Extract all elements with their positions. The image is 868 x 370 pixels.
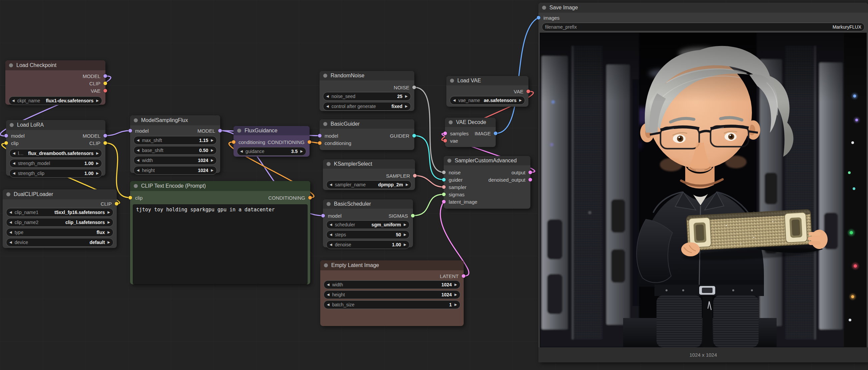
right-arrow-icon[interactable]: ▶ (96, 99, 99, 102)
left-arrow-icon[interactable]: ◀ (453, 99, 456, 102)
width-widget[interactable]: ◀ width 1024 ▶ (133, 156, 217, 165)
clip-input-port[interactable] (4, 141, 8, 145)
right-arrow-icon[interactable]: ▶ (107, 241, 110, 244)
left-arrow-icon[interactable]: ◀ (326, 105, 329, 108)
node-basic-scheduler[interactable]: BasicScheduler model SIGMAS ◀ scheduler … (323, 199, 413, 247)
base-shift-widget[interactable]: ◀ base_shift 0.50 ▶ (133, 146, 217, 155)
node-header[interactable]: Empty Latent Image (320, 260, 464, 270)
node-header[interactable]: BasicScheduler (323, 199, 413, 209)
node-load-lora[interactable]: Load LoRA model MODEL clip CLIP ◀ lor ..… (6, 120, 105, 176)
device-widget[interactable]: ◀ device default ▶ (6, 238, 114, 247)
left-arrow-icon[interactable]: ◀ (9, 231, 12, 234)
height-widget[interactable]: ◀ height 1024 ▶ (323, 290, 460, 299)
clip-input-port[interactable] (128, 196, 132, 200)
left-arrow-icon[interactable]: ◀ (330, 233, 332, 236)
right-arrow-icon[interactable]: ▶ (96, 162, 99, 165)
node-header[interactable]: Save Image (538, 3, 868, 13)
conditioning-input-port[interactable] (232, 140, 236, 144)
left-arrow-icon[interactable]: ◀ (12, 99, 15, 102)
ckpt-name-widget[interactable]: ◀ ckpt_name flux1-dev.safetensors ▶ (9, 96, 102, 105)
sampler-name-widget[interactable]: ◀ sampler_name dpmpp_2m ▶ (326, 180, 412, 189)
right-arrow-icon[interactable]: ▶ (300, 150, 303, 153)
right-arrow-icon[interactable]: ▶ (211, 139, 214, 142)
collapse-dot-icon[interactable] (10, 123, 14, 127)
collapse-dot-icon[interactable] (327, 202, 331, 206)
guidance-widget[interactable]: ◀ guidance 3.5 ▶ (237, 147, 306, 156)
left-arrow-icon[interactable]: ◀ (9, 221, 12, 224)
clip-output-port[interactable] (103, 141, 107, 145)
strength-clip-widget[interactable]: ◀ strength_clip 1.00 ▶ (9, 169, 102, 178)
right-arrow-icon[interactable]: ▶ (405, 105, 408, 108)
left-arrow-icon[interactable]: ◀ (9, 241, 12, 244)
node-header[interactable]: BasicGuider (319, 119, 414, 129)
node-header[interactable]: Load Checkpoint (5, 60, 105, 70)
node-header[interactable]: ModelSamplingFlux (130, 115, 220, 125)
model-output-port[interactable] (218, 129, 222, 133)
strength-model-widget[interactable]: ◀ strength_model 1.00 ▶ (9, 159, 102, 168)
node-header[interactable]: VAE Decode (445, 118, 496, 127)
node-header[interactable]: KSamplerSelect (323, 159, 415, 169)
conditioning-output-port[interactable] (308, 140, 311, 144)
node-header[interactable]: Load LoRA (6, 120, 105, 130)
guider-input-port[interactable] (442, 178, 446, 182)
model-output-port[interactable] (103, 134, 107, 138)
right-arrow-icon[interactable]: ▶ (454, 293, 457, 296)
latent-image-input-port[interactable] (442, 200, 446, 204)
node-model-sampling-flux[interactable]: ModelSamplingFlux model MODEL ◀ max_shif… (130, 115, 220, 173)
right-arrow-icon[interactable]: ▶ (96, 152, 99, 155)
collapse-dot-icon[interactable] (542, 6, 546, 10)
output-port[interactable] (528, 171, 532, 174)
node-header[interactable]: FluxGuidance (234, 126, 310, 135)
sigmas-input-port[interactable] (442, 193, 446, 196)
prompt-textarea[interactable]: tjtoy toy holding sparkgpu gpu in a data… (133, 204, 308, 284)
left-arrow-icon[interactable]: ◀ (13, 172, 16, 175)
left-arrow-icon[interactable]: ◀ (13, 152, 16, 155)
collapse-dot-icon[interactable] (327, 162, 331, 166)
noise-input-port[interactable] (442, 171, 446, 174)
clip-output-port[interactable] (115, 202, 118, 206)
collapse-dot-icon[interactable] (6, 192, 10, 196)
model-input-port[interactable] (128, 129, 132, 133)
right-arrow-icon[interactable]: ▶ (404, 223, 406, 226)
left-arrow-icon[interactable]: ◀ (9, 211, 12, 214)
denoise-widget[interactable]: ◀ denoise 1.00 ▶ (326, 240, 410, 249)
node-header[interactable]: RandomNoise (319, 71, 414, 80)
noise-seed-widget[interactable]: ◀ noise_seed 25 ▶ (323, 92, 411, 101)
model-input-port[interactable] (318, 134, 321, 138)
collapse-dot-icon[interactable] (323, 122, 327, 126)
model-input-port[interactable] (4, 134, 8, 138)
model-input-port[interactable] (321, 214, 325, 218)
clip-output-port[interactable] (103, 82, 107, 85)
left-arrow-icon[interactable]: ◀ (13, 162, 16, 165)
right-arrow-icon[interactable]: ▶ (404, 233, 406, 236)
node-flux-guidance[interactable]: FluxGuidance conditioning CONDITIONING ◀… (234, 126, 310, 157)
left-arrow-icon[interactable]: ◀ (137, 169, 140, 172)
right-arrow-icon[interactable]: ▶ (405, 95, 408, 98)
right-arrow-icon[interactable]: ▶ (211, 149, 214, 152)
left-arrow-icon[interactable]: ◀ (330, 243, 332, 246)
height-widget[interactable]: ◀ height 1024 ▶ (133, 166, 217, 175)
right-arrow-icon[interactable]: ▶ (519, 99, 522, 102)
left-arrow-icon[interactable]: ◀ (330, 183, 332, 186)
noise-output-port[interactable] (412, 86, 416, 89)
left-arrow-icon[interactable]: ◀ (240, 150, 243, 153)
collapse-dot-icon[interactable] (237, 129, 241, 133)
conditioning-output-port[interactable] (308, 196, 312, 200)
right-arrow-icon[interactable]: ▶ (454, 303, 457, 306)
right-arrow-icon[interactable]: ▶ (107, 221, 110, 224)
node-load-vae[interactable]: Load VAE VAE ◀ vae_name ae.safetensors ▶ (446, 76, 528, 107)
sigmas-output-port[interactable] (411, 214, 415, 218)
guider-output-port[interactable] (412, 134, 416, 138)
right-arrow-icon[interactable]: ▶ (107, 231, 110, 234)
right-arrow-icon[interactable]: ▶ (454, 283, 457, 286)
clip-name1-widget[interactable]: ◀ clip_name1 t5xxl_fp16.safetensors ▶ (6, 208, 114, 217)
node-header[interactable]: DualCLIPLoader (3, 189, 117, 199)
node-graph-canvas[interactable]: Load Checkpoint MODEL CLIP VAE ◀ ckpt_na… (0, 0, 868, 370)
model-output-port[interactable] (103, 74, 107, 78)
conditioning-input-port[interactable] (318, 141, 321, 145)
samples-input-port[interactable] (443, 132, 447, 135)
batch-size-widget[interactable]: ◀ batch_size 1 ▶ (323, 300, 460, 309)
node-header[interactable]: SamplerCustomAdvanced (444, 156, 530, 165)
scheduler-widget[interactable]: ◀ scheduler sgm_uniform ▶ (326, 220, 410, 229)
collapse-dot-icon[interactable] (134, 184, 138, 188)
